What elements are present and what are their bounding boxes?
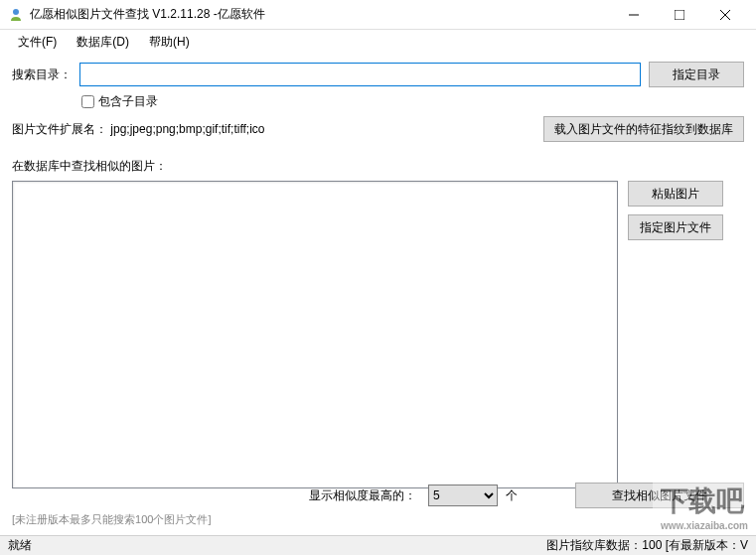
similar-section-label: 在数据库中查找相似的图片： xyxy=(12,158,744,175)
extension-text: 图片文件扩展名： jpg;jpeg;png;bmp;gif;tif;tiff;i… xyxy=(12,121,265,138)
select-image-file-button[interactable]: 指定图片文件 xyxy=(628,214,723,240)
statusbar: 就绪 图片指纹库数据：100 [有最新版本：V xyxy=(0,535,756,555)
minimize-button[interactable] xyxy=(611,0,657,30)
similarity-label: 显示相似度最高的： xyxy=(309,487,416,504)
maximize-button[interactable] xyxy=(657,0,702,30)
menu-file[interactable]: 文件(F) xyxy=(8,32,67,53)
search-similar-button[interactable]: 查找相似图片文件 xyxy=(575,483,744,508)
content-area: 搜索目录： 指定目录 包含子目录 图片文件扩展名： jpg;jpeg;png;b… xyxy=(0,54,756,535)
bottom-area: 显示相似度最高的： 5 个 查找相似图片文件 [未注册版本最多只能搜索100个图… xyxy=(12,483,744,527)
window-title: 亿愿相似图片文件查找 V1.2.11.28 -亿愿软件 xyxy=(30,6,611,23)
load-fingerprint-button[interactable]: 载入图片文件的特征指纹到数据库 xyxy=(543,116,744,142)
browse-directory-button[interactable]: 指定目录 xyxy=(649,62,744,87)
search-directory-input[interactable] xyxy=(79,63,641,86)
extension-row: 图片文件扩展名： jpg;jpeg;png;bmp;gif;tif;tiff;i… xyxy=(12,116,744,142)
close-button[interactable] xyxy=(702,0,748,30)
paste-image-button[interactable]: 粘贴图片 xyxy=(628,181,723,207)
svg-point-0 xyxy=(13,9,19,15)
extension-label: 图片文件扩展名： xyxy=(12,122,107,136)
search-row: 搜索目录： 指定目录 xyxy=(12,62,744,87)
similarity-count-select[interactable]: 5 xyxy=(428,485,498,506)
status-ready: 就绪 xyxy=(8,537,546,554)
menu-help[interactable]: 帮助(H) xyxy=(139,32,200,53)
image-preview-panel[interactable] xyxy=(12,181,618,488)
unregistered-note: [未注册版本最多只能搜索100个图片文件] xyxy=(12,512,744,527)
include-subdir-label: 包含子目录 xyxy=(98,93,158,110)
titlebar: 亿愿相似图片文件查找 V1.2.11.28 -亿愿软件 xyxy=(0,0,756,30)
menubar: 文件(F) 数据库(D) 帮助(H) xyxy=(0,30,756,54)
main-area: 粘贴图片 指定图片文件 xyxy=(12,181,744,488)
similarity-unit: 个 xyxy=(506,487,518,504)
similarity-row: 显示相似度最高的： 5 个 查找相似图片文件 xyxy=(12,483,744,508)
extension-value: jpg;jpeg;png;bmp;gif;tif;tiff;ico xyxy=(110,122,264,136)
search-label: 搜索目录： xyxy=(12,67,72,83)
status-db-info: 图片指纹库数据：100 [有最新版本：V xyxy=(546,537,748,554)
window-controls xyxy=(611,0,748,30)
include-subdir-checkbox[interactable] xyxy=(81,95,94,108)
app-icon xyxy=(8,7,24,23)
side-buttons: 粘贴图片 指定图片文件 xyxy=(628,181,723,488)
svg-rect-2 xyxy=(675,10,684,20)
include-subdir-row: 包含子目录 xyxy=(81,93,744,110)
menu-database[interactable]: 数据库(D) xyxy=(67,32,139,53)
